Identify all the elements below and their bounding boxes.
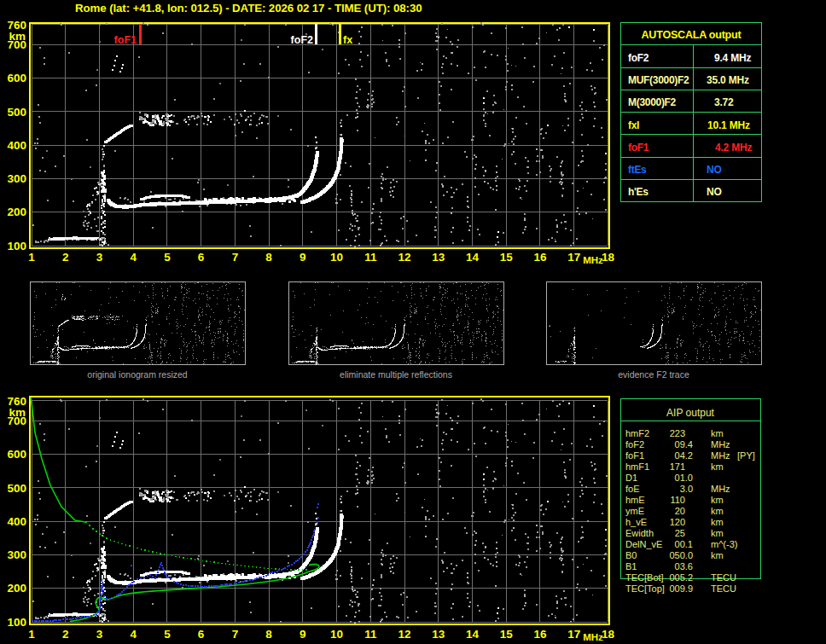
svg-text:[PY]: [PY] — [737, 450, 755, 461]
svg-text:TEC[Top]: TEC[Top] — [625, 583, 665, 594]
svg-text:500: 500 — [7, 106, 26, 119]
svg-text:3: 3 — [96, 251, 103, 264]
svg-text:01.0: 01.0 — [675, 473, 693, 483]
svg-text:09.4: 09.4 — [675, 439, 693, 450]
svg-text:35.0 MHz: 35.0 MHz — [707, 74, 749, 86]
svg-text:18: 18 — [602, 628, 615, 641]
svg-text:300: 300 — [7, 172, 26, 185]
svg-text:11: 11 — [364, 251, 377, 264]
svg-text:25: 25 — [675, 528, 685, 538]
svg-text:9: 9 — [300, 251, 306, 264]
svg-text:foE: foE — [625, 484, 640, 494]
svg-text:9: 9 — [300, 628, 306, 641]
svg-text:171: 171 — [670, 461, 685, 472]
svg-text:500: 500 — [7, 482, 26, 495]
svg-text:03.6: 03.6 — [675, 561, 693, 571]
svg-text:foF2: foF2 — [628, 52, 649, 64]
svg-text:km: km — [711, 517, 724, 527]
svg-text:600: 600 — [7, 448, 26, 461]
svg-text:7: 7 — [232, 628, 239, 641]
svg-text:hmF2: hmF2 — [625, 428, 649, 438]
svg-text:10: 10 — [330, 628, 343, 641]
svg-text:fxI: fxI — [628, 119, 639, 131]
svg-text:3.0: 3.0 — [680, 484, 693, 494]
svg-text:5: 5 — [164, 628, 171, 641]
svg-text:9.4 MHz: 9.4 MHz — [714, 52, 751, 64]
svg-text:04.2: 04.2 — [675, 450, 693, 461]
svg-text:MHz: MHz — [583, 255, 603, 265]
svg-text:ftEs: ftEs — [628, 164, 647, 176]
svg-text:foF2: foF2 — [291, 34, 313, 46]
svg-text:NO: NO — [707, 186, 722, 198]
svg-text:hmF1: hmF1 — [625, 461, 649, 472]
svg-text:3: 3 — [96, 628, 103, 641]
svg-text:TECU: TECU — [711, 572, 736, 583]
svg-text:m^(-3): m^(-3) — [711, 539, 737, 549]
svg-text:13: 13 — [432, 251, 445, 264]
svg-text:100: 100 — [7, 240, 26, 252]
svg-text:12: 12 — [398, 628, 410, 641]
svg-text:NO: NO — [707, 164, 722, 176]
svg-text:DelN_vE: DelN_vE — [625, 539, 662, 549]
svg-text:h'Es: h'Es — [628, 186, 649, 198]
svg-text:B0: B0 — [625, 550, 637, 560]
svg-text:original ionogram resized: original ionogram resized — [87, 369, 187, 380]
svg-text:4: 4 — [130, 251, 137, 264]
svg-text:3.72: 3.72 — [714, 96, 734, 108]
svg-text:km: km — [711, 428, 724, 438]
svg-text:20: 20 — [675, 506, 685, 516]
svg-text:120: 120 — [670, 517, 685, 527]
svg-text:223: 223 — [670, 428, 685, 438]
svg-text:17: 17 — [567, 251, 580, 264]
svg-text:D1: D1 — [625, 473, 637, 483]
svg-text:km: km — [711, 495, 724, 505]
svg-text:005.2: 005.2 — [669, 572, 693, 583]
svg-text:14: 14 — [466, 628, 480, 641]
svg-text:15: 15 — [500, 628, 514, 641]
svg-text:400: 400 — [7, 515, 26, 528]
svg-text:10: 10 — [330, 251, 343, 264]
svg-text:foF1: foF1 — [114, 34, 137, 46]
svg-text:foF1: foF1 — [625, 450, 644, 461]
svg-text:MUF(3000)F2: MUF(3000)F2 — [628, 74, 689, 86]
svg-text:14: 14 — [466, 251, 480, 264]
svg-text:200: 200 — [7, 206, 26, 218]
svg-text:2: 2 — [62, 628, 69, 641]
svg-text:AUTOSCALA output: AUTOSCALA output — [642, 29, 742, 41]
svg-text:050.0: 050.0 — [669, 550, 693, 560]
svg-text:11: 11 — [364, 628, 377, 641]
svg-text:km: km — [9, 30, 26, 43]
svg-text:B1: B1 — [625, 561, 637, 571]
svg-text:2: 2 — [62, 251, 69, 264]
svg-text:km: km — [711, 461, 724, 472]
svg-text:17: 17 — [567, 628, 580, 641]
svg-text:MHz: MHz — [711, 439, 730, 450]
svg-text:009.9: 009.9 — [669, 583, 693, 594]
svg-text:M(3000)F2: M(3000)F2 — [628, 96, 677, 108]
svg-text:12: 12 — [398, 251, 410, 264]
svg-text:ymE: ymE — [625, 506, 644, 516]
svg-text:km: km — [9, 406, 26, 419]
svg-text:h_vE: h_vE — [625, 517, 647, 527]
svg-text:200: 200 — [7, 582, 26, 595]
svg-text:00.1: 00.1 — [675, 539, 693, 549]
svg-text:MHz: MHz — [583, 632, 603, 642]
svg-text:100: 100 — [7, 616, 26, 629]
svg-text:foF2: foF2 — [625, 439, 644, 450]
svg-text:Ewidth: Ewidth — [625, 528, 654, 538]
svg-text:4.2 MHz: 4.2 MHz — [715, 142, 752, 154]
svg-text:300: 300 — [7, 548, 26, 561]
svg-text:16: 16 — [533, 251, 547, 264]
svg-text:1: 1 — [28, 628, 35, 641]
svg-text:15: 15 — [500, 251, 514, 264]
svg-text:km: km — [711, 550, 724, 560]
svg-text:7: 7 — [232, 251, 239, 264]
svg-text:6: 6 — [198, 628, 205, 641]
svg-text:6: 6 — [198, 251, 205, 264]
svg-text:5: 5 — [164, 251, 171, 264]
svg-text:fx: fx — [343, 34, 352, 46]
svg-text:eliminate multiple reflections: eliminate multiple reflections — [340, 369, 452, 380]
svg-text:400: 400 — [7, 139, 26, 152]
svg-text:8: 8 — [265, 628, 272, 641]
svg-text:1: 1 — [28, 251, 35, 264]
